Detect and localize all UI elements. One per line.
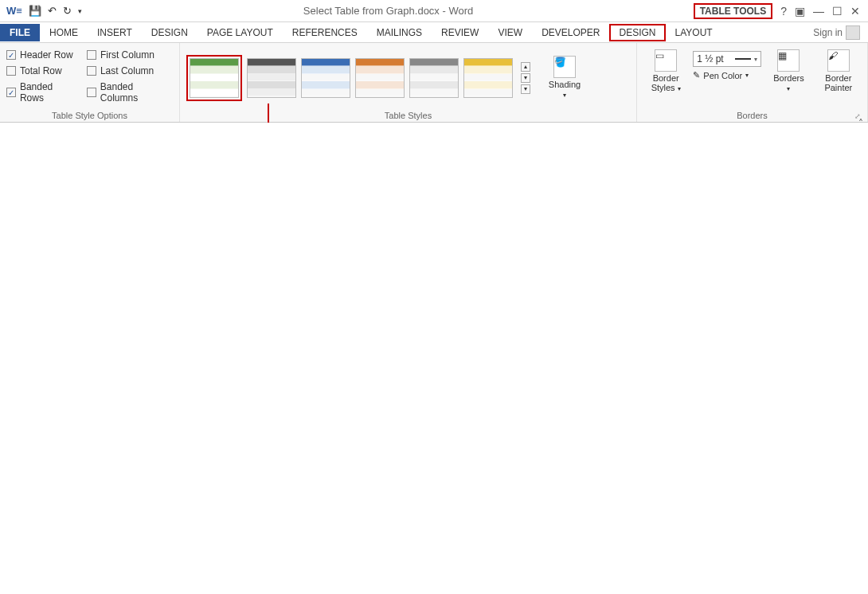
border-styles-icon: ▭	[655, 49, 677, 72]
quick-access-toolbar: W≡ 💾 ↶ ↻ ▾	[0, 5, 88, 17]
table-style-1[interactable]	[190, 58, 239, 98]
table-styles-gallery[interactable]: ▴▾▾	[186, 55, 534, 101]
tab-developer[interactable]: DEVELOPER	[532, 24, 609, 41]
ribbon-display-icon[interactable]: ▣	[795, 5, 805, 18]
save-icon[interactable]: 💾	[29, 5, 41, 17]
group-table-styles: Table Styles	[186, 109, 630, 120]
check-header-row[interactable]: ✓Header Row	[6, 49, 79, 61]
tab-table-layout[interactable]: LAYOUT	[666, 24, 722, 41]
pen-color-icon: ✎	[693, 70, 700, 80]
tab-home[interactable]: HOME	[40, 24, 88, 41]
callout-line	[268, 104, 269, 123]
gallery-scroll[interactable]: ▴▾▾	[518, 59, 534, 97]
shading-button[interactable]: 🪣 Shading▾	[542, 53, 588, 103]
collapse-ribbon-icon[interactable]: ˄	[858, 118, 863, 123]
tab-table-design[interactable]: DESIGN	[609, 24, 665, 41]
check-banded-columns[interactable]: Banded Columns	[87, 81, 173, 104]
table-style-3[interactable]	[301, 58, 350, 98]
check-first-column[interactable]: First Column	[87, 49, 173, 61]
check-banded-rows[interactable]: ✓Banded Rows	[6, 81, 79, 104]
border-painter-icon: 🖌	[827, 49, 850, 72]
tab-mailings[interactable]: MAILINGS	[367, 24, 432, 41]
help-icon[interactable]: ?	[780, 5, 787, 18]
tab-view[interactable]: VIEW	[488, 24, 532, 41]
word-icon: W≡	[6, 5, 22, 17]
border-styles-button[interactable]: ▭ Border Styles ▾	[643, 46, 688, 96]
redo-icon[interactable]: ↻	[63, 5, 72, 17]
tab-insert[interactable]: INSERT	[88, 24, 142, 41]
table-style-4[interactable]	[355, 58, 405, 98]
maximize-icon[interactable]: ☐	[832, 5, 843, 18]
document-title: Select Table from Graph.docx - Word	[303, 5, 473, 17]
undo-icon[interactable]: ↶	[48, 5, 57, 17]
qat-more-icon[interactable]: ▾	[78, 7, 82, 15]
avatar-icon	[846, 25, 860, 40]
group-table-style-options: Table Style Options	[6, 109, 173, 120]
check-last-column[interactable]: Last Column	[87, 65, 173, 76]
close-icon[interactable]: ✕	[850, 5, 860, 18]
borders-icon: ▦	[777, 49, 800, 72]
tab-page-layout[interactable]: PAGE LAYOUT	[197, 24, 283, 41]
table-style-2[interactable]	[247, 58, 296, 98]
tab-design[interactable]: DESIGN	[142, 24, 197, 41]
minimize-icon[interactable]: —	[813, 5, 824, 18]
ribbon: ✓Header Row Total Row ✓Banded Rows First…	[0, 43, 868, 123]
group-borders: Borders	[737, 111, 768, 120]
pen-color-button[interactable]: ✎ Pen Color▾	[693, 70, 761, 80]
tab-references[interactable]: REFERENCES	[283, 24, 367, 41]
title-bar: W≡ 💾 ↶ ↻ ▾ Select Table from Graph.docx …	[0, 0, 868, 22]
table-style-6[interactable]	[463, 58, 513, 98]
bucket-icon: 🪣	[553, 56, 576, 78]
border-painter-button[interactable]: 🖌 Border Painter	[816, 46, 861, 96]
check-total-row[interactable]: Total Row	[6, 65, 79, 76]
tab-file[interactable]: FILE	[0, 24, 40, 41]
sign-in[interactable]: Sign in	[805, 22, 868, 43]
pen-width-combo[interactable]: 1 ½ pt▾	[693, 51, 761, 67]
ribbon-tabs: FILE HOME INSERT DESIGN PAGE LAYOUT REFE…	[0, 22, 868, 43]
borders-button[interactable]: ▦ Borders▾	[766, 46, 811, 96]
tab-review[interactable]: REVIEW	[432, 24, 488, 41]
table-tools-contextual-label: TABLE TOOLS	[694, 3, 773, 19]
table-style-5[interactable]	[409, 58, 459, 98]
